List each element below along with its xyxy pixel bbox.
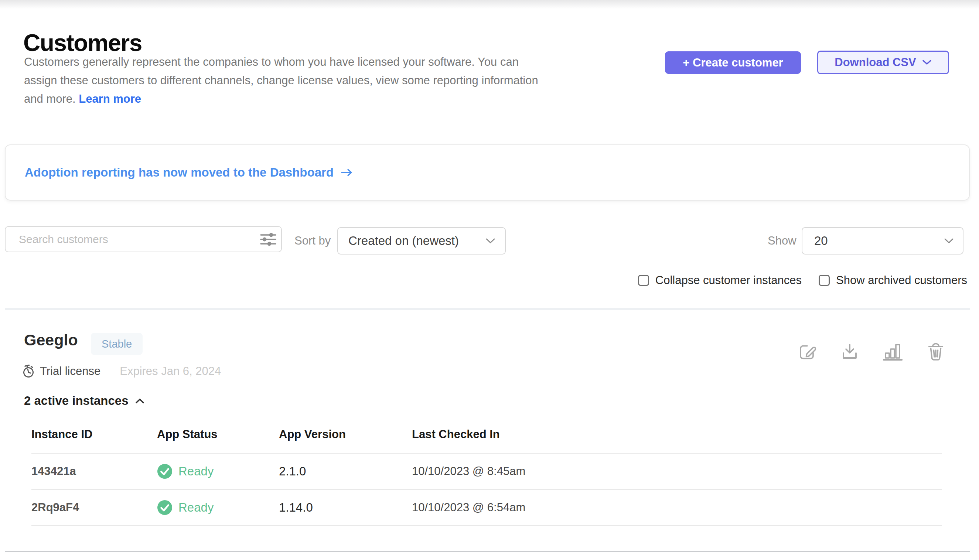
arrow-right-icon	[340, 168, 354, 177]
column-header: App Status	[157, 425, 279, 441]
adoption-banner-link[interactable]: Adoption reporting has now moved to the …	[25, 165, 354, 180]
table-row: 143421a Ready 2.1.0 10/10/2023 @ 8:45am	[32, 453, 942, 490]
instance-id: 2Rq9aF4	[32, 501, 157, 514]
app-status: Ready	[157, 500, 279, 515]
active-instances-toggle[interactable]: 2 active instances	[24, 394, 145, 408]
customer-name: Geeglo	[24, 331, 78, 349]
top-scroll-fade	[0, 0, 979, 9]
customer-card-separator	[5, 551, 970, 552]
show-per-page-select[interactable]: 20	[802, 227, 964, 255]
learn-more-link[interactable]: Learn more	[79, 92, 141, 105]
customer-actions	[797, 342, 945, 361]
collapse-instances-label: Collapse customer instances	[655, 274, 802, 287]
section-divider	[5, 308, 970, 310]
table-row: 2Rq9aF4 Ready 1.14.0 10/10/2023 @ 6:54am	[32, 490, 942, 526]
channel-badge: Stable	[91, 333, 143, 355]
table-header-row: Instance ID App Status App Version Last …	[32, 425, 942, 453]
chevron-down-icon	[922, 60, 932, 65]
app-version: 1.14.0	[279, 500, 412, 515]
sort-by-label: Sort by	[294, 228, 331, 254]
sort-select[interactable]: Created on (newest)	[337, 227, 506, 255]
app-version: 2.1.0	[279, 464, 412, 478]
column-header: Instance ID	[32, 425, 157, 441]
chevron-up-icon	[135, 398, 145, 404]
stopwatch-icon	[22, 364, 35, 378]
chevron-down-icon	[944, 238, 954, 244]
chevron-down-icon	[485, 238, 495, 244]
last-checked-in: 10/10/2023 @ 8:45am	[412, 465, 942, 478]
page-description: Customers generally represent the compan…	[24, 53, 538, 108]
column-header: App Version	[279, 425, 412, 441]
list-options-row: Collapse customer instances Show archive…	[638, 273, 967, 288]
collapse-instances-option[interactable]: Collapse customer instances	[638, 274, 802, 287]
description-line: assign these customers to different chan…	[24, 71, 538, 90]
column-header: Last Checked In	[412, 425, 942, 441]
show-archived-checkbox[interactable]	[819, 275, 830, 286]
create-customer-button[interactable]: + Create customer	[665, 51, 801, 74]
check-circle-icon	[157, 463, 172, 479]
download-customer-icon[interactable]	[841, 342, 859, 361]
show-archived-option[interactable]: Show archived customers	[819, 274, 967, 287]
app-status: Ready	[157, 463, 279, 479]
license-type: Trial license	[40, 365, 100, 378]
check-circle-icon	[157, 500, 172, 515]
edit-customer-icon[interactable]	[797, 342, 817, 361]
filter-sliders-icon[interactable]	[255, 227, 281, 252]
show-archived-label: Show archived customers	[836, 274, 967, 287]
bar-chart-icon[interactable]	[882, 342, 903, 361]
delete-trash-icon[interactable]	[927, 342, 945, 361]
description-line: Customers generally represent the compan…	[24, 53, 538, 71]
download-csv-button[interactable]: Download CSV	[817, 51, 949, 74]
show-label: Show	[768, 227, 797, 255]
search-input[interactable]	[5, 227, 255, 252]
last-checked-in: 10/10/2023 @ 6:54am	[412, 501, 942, 514]
license-row: Trial license Expires Jan 6, 2024	[22, 363, 221, 379]
instances-table: Instance ID App Status App Version Last …	[32, 425, 942, 526]
page-title: Customers	[23, 29, 142, 57]
collapse-instances-checkbox[interactable]	[638, 275, 649, 286]
license-expiry: Expires Jan 6, 2024	[120, 365, 221, 378]
instance-id: 143421a	[32, 465, 157, 478]
search-customers-box	[5, 226, 282, 252]
description-line: and more. Learn more	[24, 90, 538, 108]
adoption-banner: Adoption reporting has now moved to the …	[5, 145, 970, 201]
